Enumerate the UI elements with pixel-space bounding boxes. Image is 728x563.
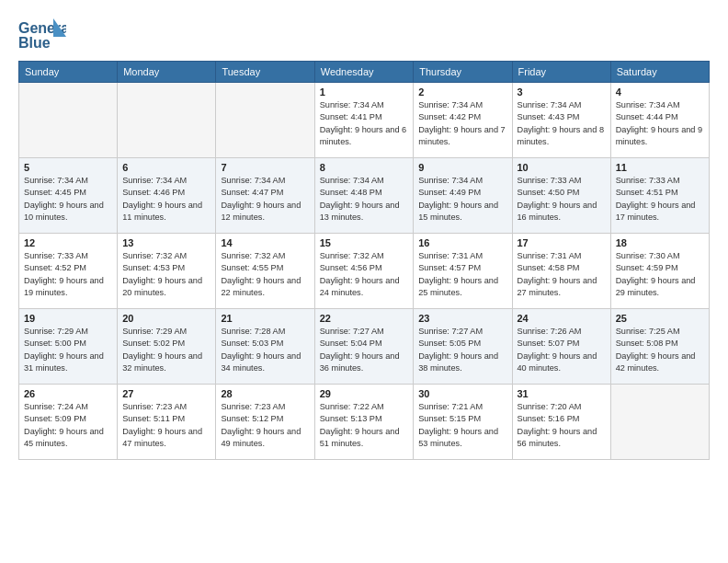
calendar-cell: 14Sunrise: 7:32 AM Sunset: 4:55 PM Dayli… — [216, 234, 314, 309]
calendar-cell: 3Sunrise: 7:34 AM Sunset: 4:43 PM Daylig… — [512, 83, 610, 158]
day-info: Sunrise: 7:23 AM Sunset: 5:12 PM Dayligh… — [221, 401, 309, 450]
calendar-cell: 24Sunrise: 7:26 AM Sunset: 5:07 PM Dayli… — [512, 309, 610, 385]
calendar-cell: 10Sunrise: 7:33 AM Sunset: 4:50 PM Dayli… — [512, 158, 610, 234]
day-number: 21 — [221, 313, 309, 324]
calendar-cell: 30Sunrise: 7:21 AM Sunset: 5:15 PM Dayli… — [414, 385, 512, 460]
calendar-cell: 23Sunrise: 7:27 AM Sunset: 5:05 PM Dayli… — [414, 309, 512, 385]
day-info: Sunrise: 7:34 AM Sunset: 4:45 PM Dayligh… — [24, 175, 112, 224]
day-number: 4 — [616, 86, 704, 98]
calendar-cell: 19Sunrise: 7:29 AM Sunset: 5:00 PM Dayli… — [19, 309, 118, 385]
calendar-header-thursday: Thursday — [414, 62, 512, 83]
calendar-cell: 29Sunrise: 7:22 AM Sunset: 5:13 PM Dayli… — [314, 385, 413, 460]
day-info: Sunrise: 7:34 AM Sunset: 4:47 PM Dayligh… — [221, 175, 309, 224]
calendar-cell: 26Sunrise: 7:24 AM Sunset: 5:09 PM Dayli… — [19, 385, 118, 460]
day-number: 11 — [616, 162, 704, 173]
calendar-week-row: 1Sunrise: 7:34 AM Sunset: 4:41 PM Daylig… — [19, 83, 710, 158]
day-info: Sunrise: 7:34 AM Sunset: 4:48 PM Dayligh… — [320, 175, 408, 224]
day-number: 16 — [418, 237, 506, 248]
day-info: Sunrise: 7:27 AM Sunset: 5:04 PM Dayligh… — [320, 326, 408, 374]
calendar-cell: 11Sunrise: 7:33 AM Sunset: 4:51 PM Dayli… — [610, 158, 709, 234]
calendar-table: SundayMondayTuesdayWednesdayThursdayFrid… — [18, 61, 710, 460]
calendar-cell: 7Sunrise: 7:34 AM Sunset: 4:47 PM Daylig… — [216, 158, 314, 234]
day-info: Sunrise: 7:21 AM Sunset: 5:15 PM Dayligh… — [418, 401, 506, 450]
calendar-cell: 28Sunrise: 7:23 AM Sunset: 5:12 PM Dayli… — [216, 385, 314, 460]
day-number: 24 — [518, 313, 606, 324]
day-info: Sunrise: 7:29 AM Sunset: 5:02 PM Dayligh… — [122, 326, 210, 374]
calendar-week-row: 12Sunrise: 7:33 AM Sunset: 4:52 PM Dayli… — [19, 234, 710, 309]
calendar-cell: 21Sunrise: 7:28 AM Sunset: 5:03 PM Dayli… — [216, 309, 314, 385]
day-number: 28 — [221, 388, 309, 399]
calendar-cell: 4Sunrise: 7:34 AM Sunset: 4:44 PM Daylig… — [610, 83, 709, 158]
header: General Blue — [18, 15, 710, 53]
day-info: Sunrise: 7:30 AM Sunset: 4:59 PM Dayligh… — [616, 250, 704, 299]
day-info: Sunrise: 7:31 AM Sunset: 4:58 PM Dayligh… — [518, 250, 606, 299]
day-number: 12 — [24, 237, 112, 248]
day-number: 9 — [418, 162, 506, 173]
day-info: Sunrise: 7:34 AM Sunset: 4:46 PM Dayligh… — [122, 175, 210, 224]
calendar-header-monday: Monday — [118, 62, 216, 83]
day-info: Sunrise: 7:34 AM Sunset: 4:41 PM Dayligh… — [320, 99, 408, 148]
day-number: 19 — [24, 313, 112, 324]
day-info: Sunrise: 7:27 AM Sunset: 5:05 PM Dayligh… — [418, 326, 506, 374]
day-info: Sunrise: 7:33 AM Sunset: 4:52 PM Dayligh… — [24, 250, 112, 299]
day-number: 29 — [320, 388, 408, 399]
day-number: 20 — [122, 313, 210, 324]
calendar-cell: 15Sunrise: 7:32 AM Sunset: 4:56 PM Dayli… — [314, 234, 413, 309]
day-number: 31 — [518, 388, 606, 399]
day-number: 17 — [518, 237, 606, 248]
logo: General Blue — [18, 15, 66, 53]
calendar-week-row: 5Sunrise: 7:34 AM Sunset: 4:45 PM Daylig… — [19, 158, 710, 234]
day-info: Sunrise: 7:33 AM Sunset: 4:51 PM Dayligh… — [616, 175, 704, 224]
calendar-cell: 16Sunrise: 7:31 AM Sunset: 4:57 PM Dayli… — [414, 234, 512, 309]
day-number: 30 — [418, 388, 506, 399]
day-info: Sunrise: 7:31 AM Sunset: 4:57 PM Dayligh… — [418, 250, 506, 299]
calendar-header-row: SundayMondayTuesdayWednesdayThursdayFrid… — [19, 62, 710, 83]
day-number: 7 — [221, 162, 309, 173]
day-info: Sunrise: 7:33 AM Sunset: 4:50 PM Dayligh… — [518, 175, 606, 224]
day-info: Sunrise: 7:34 AM Sunset: 4:49 PM Dayligh… — [418, 175, 506, 224]
day-number: 1 — [320, 86, 408, 98]
calendar-cell: 31Sunrise: 7:20 AM Sunset: 5:16 PM Dayli… — [512, 385, 610, 460]
calendar-cell: 25Sunrise: 7:25 AM Sunset: 5:08 PM Dayli… — [610, 309, 709, 385]
calendar-cell — [610, 385, 709, 460]
day-info: Sunrise: 7:20 AM Sunset: 5:16 PM Dayligh… — [518, 401, 606, 450]
calendar-cell — [216, 83, 314, 158]
calendar-cell: 2Sunrise: 7:34 AM Sunset: 4:42 PM Daylig… — [414, 83, 512, 158]
day-number: 3 — [518, 86, 606, 98]
calendar-cell — [19, 83, 118, 158]
day-number: 6 — [122, 162, 210, 173]
calendar-cell: 20Sunrise: 7:29 AM Sunset: 5:02 PM Dayli… — [118, 309, 216, 385]
calendar-header-friday: Friday — [512, 62, 610, 83]
day-number: 13 — [122, 237, 210, 248]
day-number: 18 — [616, 237, 704, 248]
day-number: 25 — [616, 313, 704, 324]
calendar-week-row: 19Sunrise: 7:29 AM Sunset: 5:00 PM Dayli… — [19, 309, 710, 385]
calendar-cell — [118, 83, 216, 158]
calendar-header-tuesday: Tuesday — [216, 62, 314, 83]
day-info: Sunrise: 7:34 AM Sunset: 4:42 PM Dayligh… — [418, 99, 506, 148]
day-number: 10 — [518, 162, 606, 173]
calendar-cell: 12Sunrise: 7:33 AM Sunset: 4:52 PM Dayli… — [19, 234, 118, 309]
day-number: 22 — [320, 313, 408, 324]
calendar-cell: 8Sunrise: 7:34 AM Sunset: 4:48 PM Daylig… — [314, 158, 413, 234]
calendar-cell: 5Sunrise: 7:34 AM Sunset: 4:45 PM Daylig… — [19, 158, 118, 234]
calendar-cell: 13Sunrise: 7:32 AM Sunset: 4:53 PM Dayli… — [118, 234, 216, 309]
calendar-cell: 6Sunrise: 7:34 AM Sunset: 4:46 PM Daylig… — [118, 158, 216, 234]
logo-icon: General Blue — [18, 15, 66, 53]
day-info: Sunrise: 7:23 AM Sunset: 5:11 PM Dayligh… — [122, 401, 210, 450]
svg-text:Blue: Blue — [18, 35, 51, 51]
day-info: Sunrise: 7:34 AM Sunset: 4:44 PM Dayligh… — [616, 99, 704, 148]
calendar-cell: 17Sunrise: 7:31 AM Sunset: 4:58 PM Dayli… — [512, 234, 610, 309]
calendar-cell: 1Sunrise: 7:34 AM Sunset: 4:41 PM Daylig… — [314, 83, 413, 158]
calendar-week-row: 26Sunrise: 7:24 AM Sunset: 5:09 PM Dayli… — [19, 385, 710, 460]
calendar-header-saturday: Saturday — [610, 62, 709, 83]
day-info: Sunrise: 7:32 AM Sunset: 4:56 PM Dayligh… — [320, 250, 408, 299]
calendar-cell: 22Sunrise: 7:27 AM Sunset: 5:04 PM Dayli… — [314, 309, 413, 385]
day-info: Sunrise: 7:25 AM Sunset: 5:08 PM Dayligh… — [616, 326, 704, 374]
day-info: Sunrise: 7:29 AM Sunset: 5:00 PM Dayligh… — [24, 326, 112, 374]
calendar-cell: 9Sunrise: 7:34 AM Sunset: 4:49 PM Daylig… — [414, 158, 512, 234]
day-info: Sunrise: 7:24 AM Sunset: 5:09 PM Dayligh… — [24, 401, 112, 450]
day-info: Sunrise: 7:26 AM Sunset: 5:07 PM Dayligh… — [518, 326, 606, 374]
day-number: 2 — [418, 86, 506, 98]
day-info: Sunrise: 7:28 AM Sunset: 5:03 PM Dayligh… — [221, 326, 309, 374]
